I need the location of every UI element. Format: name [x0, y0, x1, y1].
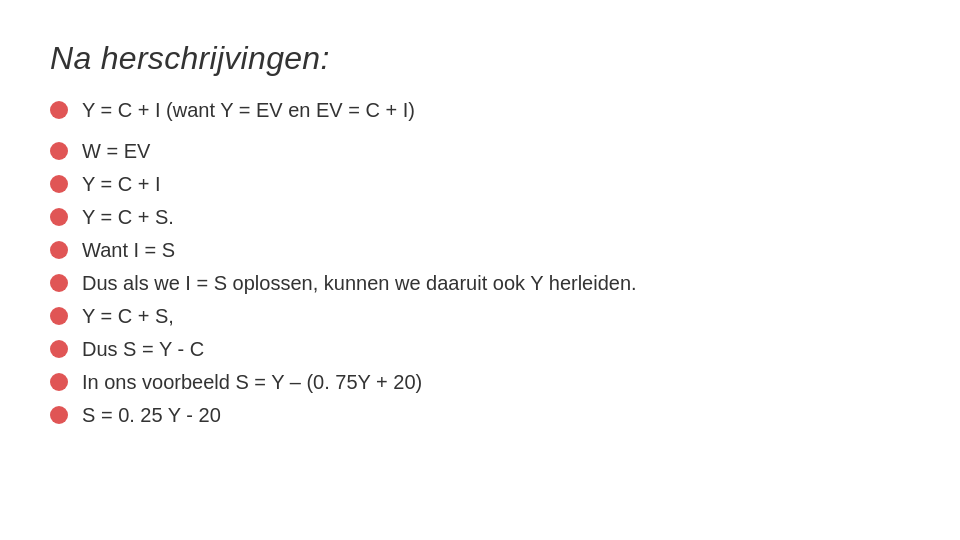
bullet-icon-7: [50, 373, 68, 391]
bullet-icon-4: [50, 274, 68, 292]
list-item: Dus als we I = S oplossen, kunnen we daa…: [50, 270, 910, 297]
bullet-text-6: Dus S = Y - C: [82, 336, 910, 363]
bullet-icon-2: [50, 208, 68, 226]
list-item: S = 0. 25 Y - 20: [50, 402, 910, 429]
list-item: Y = C + I: [50, 171, 910, 198]
bullet-icon-top: [50, 101, 68, 119]
bullet-text-7: In ons voorbeeld S = Y – (0. 75Y + 20): [82, 369, 910, 396]
bullet-icon-3: [50, 241, 68, 259]
slide: Na herschrijvingen: Y = C + I (want Y = …: [0, 0, 960, 540]
bullet-icon-5: [50, 307, 68, 325]
list-item: Y = C + S,: [50, 303, 910, 330]
bullet-icon-6: [50, 340, 68, 358]
bullet-text-1: Y = C + I: [82, 171, 910, 198]
list-item: In ons voorbeeld S = Y – (0. 75Y + 20): [50, 369, 910, 396]
list-item: Dus S = Y - C: [50, 336, 910, 363]
top-bullet-text: Y = C + I (want Y = EV en EV = C + I): [82, 97, 910, 124]
bullet-text-0: W = EV: [82, 138, 910, 165]
bullet-list: Y = C + I (want Y = EV en EV = C + I) W …: [50, 97, 910, 429]
slide-title: Na herschrijvingen:: [50, 40, 910, 77]
bullet-icon-8: [50, 406, 68, 424]
bullet-text-3: Want I = S: [82, 237, 910, 264]
list-item: W = EV: [50, 138, 910, 165]
bullet-icon-0: [50, 142, 68, 160]
top-bullet-item: Y = C + I (want Y = EV en EV = C + I): [50, 97, 910, 124]
bullet-text-8: S = 0. 25 Y - 20: [82, 402, 910, 429]
bullet-text-2: Y = C + S.: [82, 204, 910, 231]
bullet-text-5: Y = C + S,: [82, 303, 910, 330]
bullet-text-4: Dus als we I = S oplossen, kunnen we daa…: [82, 270, 910, 297]
list-item: Want I = S: [50, 237, 910, 264]
bullet-icon-1: [50, 175, 68, 193]
list-item: Y = C + S.: [50, 204, 910, 231]
